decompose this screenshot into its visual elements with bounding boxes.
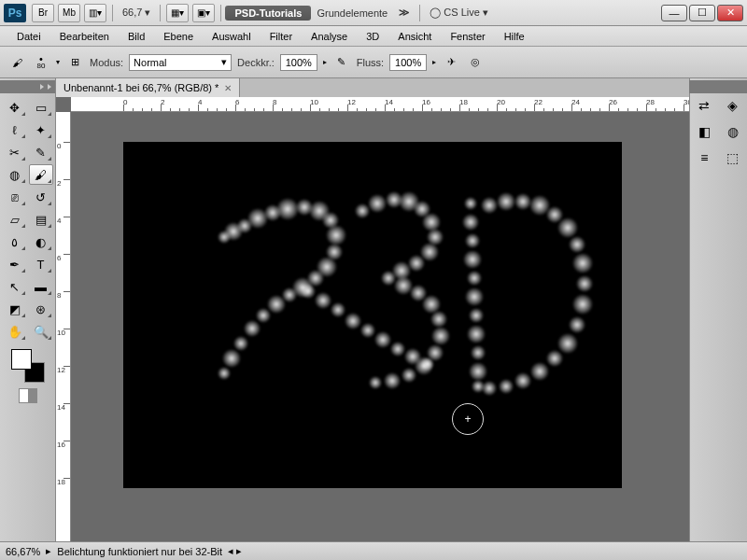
close-button[interactable]: ✕: [717, 5, 743, 21]
tool-lasso[interactable]: ℓ: [3, 119, 27, 140]
flow-input[interactable]: 100%: [389, 54, 427, 71]
workspace-grundelemente[interactable]: Grundelemente: [311, 7, 393, 19]
tools-collapse[interactable]: [0, 80, 55, 93]
title-bar: Ps Br Mb ▥▾ 66,7 ▾ ▦▾ ▣▾ PSD-Tutorials G…: [0, 0, 747, 26]
tool-preset-icon[interactable]: 🖌: [7, 53, 26, 72]
tool-brush[interactable]: 🖌: [29, 164, 53, 185]
tool-wand[interactable]: ✦: [29, 119, 53, 140]
brush-stroke: [481, 197, 498, 214]
opacity-input[interactable]: 100%: [280, 54, 317, 71]
close-document-icon[interactable]: ✕: [224, 83, 232, 93]
brush-panel-icon[interactable]: ⊞: [65, 53, 84, 72]
tool-eyedropper[interactable]: ✎: [29, 142, 53, 162]
brush-stroke: [497, 192, 515, 211]
quickmask-toggle[interactable]: [19, 388, 37, 403]
channels-icon[interactable]: ◍: [723, 121, 743, 142]
document-tab[interactable]: Unbenannt-1 bei 66,7% (RGB/8) * ✕: [56, 78, 240, 97]
brush-stroke: [368, 194, 387, 213]
menu-ebene[interactable]: Ebene: [154, 31, 203, 42]
panel-collapse[interactable]: [689, 80, 747, 93]
brush-stroke: [546, 350, 563, 367]
brush-stroke: [415, 357, 433, 375]
tool-stamp[interactable]: ⎚: [3, 187, 27, 207]
tool-zoom[interactable]: 🔍: [29, 321, 53, 342]
tool-hand[interactable]: ✋: [3, 321, 27, 342]
options-bar: 🖌 •80 ▾ ⊞ Modus: Normal▾ Deckkr.: 100% ▸…: [0, 47, 747, 78]
tool-history[interactable]: ↺: [29, 187, 53, 207]
canvas-stage[interactable]: +: [71, 112, 689, 541]
layers-icon[interactable]: ◈: [723, 95, 743, 116]
opacity-pressure-icon[interactable]: ✎: [332, 53, 351, 72]
bridge-button[interactable]: Br: [32, 4, 54, 22]
right-panels: ⇄ ◧ ≡ ◈ ◍ ⬚: [689, 78, 747, 541]
menu-bild[interactable]: Bild: [119, 31, 154, 42]
brush-stroke: [301, 284, 316, 299]
screenmode-button[interactable]: ▣▾: [192, 4, 215, 22]
color-swatch[interactable]: [11, 349, 45, 383]
document-title: Unbenannt-1 bei 66,7% (RGB/8) *: [63, 82, 218, 93]
brush-stroke: [369, 376, 382, 389]
ruler-vertical[interactable]: 024681012141618: [56, 112, 71, 541]
tool-blur[interactable]: ٥: [3, 231, 27, 252]
brush-stroke: [569, 316, 585, 333]
brush-stroke: [572, 294, 593, 315]
canvas[interactable]: +: [123, 142, 622, 488]
tool-dodge[interactable]: ◐: [29, 231, 53, 252]
tool-eraser[interactable]: ▱: [3, 209, 27, 230]
menu-filter[interactable]: Filter: [261, 31, 302, 42]
brush-stroke: [530, 362, 549, 381]
tool-type[interactable]: T: [29, 254, 53, 274]
brush-stroke: [267, 295, 286, 314]
menu-analyse[interactable]: Analyse: [302, 31, 357, 42]
minimize-button[interactable]: —: [661, 5, 687, 21]
menu-datei[interactable]: Datei: [7, 31, 50, 42]
tool-pen[interactable]: ✒: [3, 254, 27, 274]
tool-move[interactable]: ✥: [3, 97, 27, 118]
swatches-icon[interactable]: ◧: [694, 121, 714, 142]
maximize-button[interactable]: ☐: [689, 5, 715, 21]
tool-heal[interactable]: ◍: [3, 164, 27, 185]
adjustments-icon[interactable]: ⇄: [694, 95, 714, 116]
ruler-horizontal[interactable]: 024681012141618202224262830: [71, 97, 689, 112]
styles-icon[interactable]: ≡: [694, 147, 714, 168]
tool-3dcam[interactable]: ⊛: [29, 299, 53, 319]
mode-select[interactable]: Normal▾: [129, 54, 232, 71]
extras-button[interactable]: ▥▾: [84, 4, 106, 22]
fg-color[interactable]: [11, 349, 32, 370]
menu-fenster[interactable]: Fenster: [441, 31, 494, 42]
brush-stroke: [467, 271, 482, 286]
brush-stroke: [572, 253, 593, 273]
menu-hilfe[interactable]: Hilfe: [495, 31, 534, 42]
size-pressure-icon[interactable]: ◎: [466, 53, 485, 72]
minibridge-button[interactable]: Mb: [58, 4, 80, 22]
menu-3d[interactable]: 3D: [357, 31, 388, 42]
workspace-psd[interactable]: PSD-Tutorials: [225, 6, 311, 21]
brush-stroke: [402, 368, 416, 383]
tool-3d[interactable]: ◩: [3, 299, 27, 319]
brush-stroke: [463, 250, 482, 269]
tool-crop[interactable]: ✂: [3, 142, 27, 162]
tool-path[interactable]: ↖: [3, 276, 27, 297]
status-zoom[interactable]: 66,67%: [6, 546, 40, 557]
brush-stroke: [465, 287, 484, 306]
brush-stroke: [326, 225, 346, 245]
zoom-display[interactable]: 66,7 ▾: [117, 7, 156, 19]
brush-stroke: [514, 372, 531, 389]
cslive-button[interactable]: ◯ CS Live ▾: [424, 7, 494, 19]
menu-ansicht[interactable]: Ansicht: [388, 31, 441, 42]
arrange-button[interactable]: ▦▾: [166, 4, 189, 22]
brush-stroke: [345, 313, 361, 329]
tool-marquee[interactable]: ▭: [29, 97, 53, 118]
opacity-label: Deckkr.:: [237, 57, 275, 68]
paths-icon[interactable]: ⬚: [723, 147, 743, 168]
tool-shape[interactable]: ▬: [29, 276, 53, 297]
menu-bearbeiten[interactable]: Bearbeiten: [50, 31, 119, 42]
brush-preset-icon[interactable]: •80: [32, 53, 50, 72]
brush-stroke: [256, 308, 271, 323]
menu-auswahl[interactable]: Auswahl: [203, 31, 261, 42]
airbrush-icon[interactable]: ✈: [442, 53, 460, 72]
brush-stroke: [482, 381, 497, 396]
tool-gradient[interactable]: ▤: [29, 209, 53, 230]
workspace-more-icon[interactable]: ≫: [393, 7, 416, 19]
flow-label: Fluss:: [357, 57, 384, 68]
